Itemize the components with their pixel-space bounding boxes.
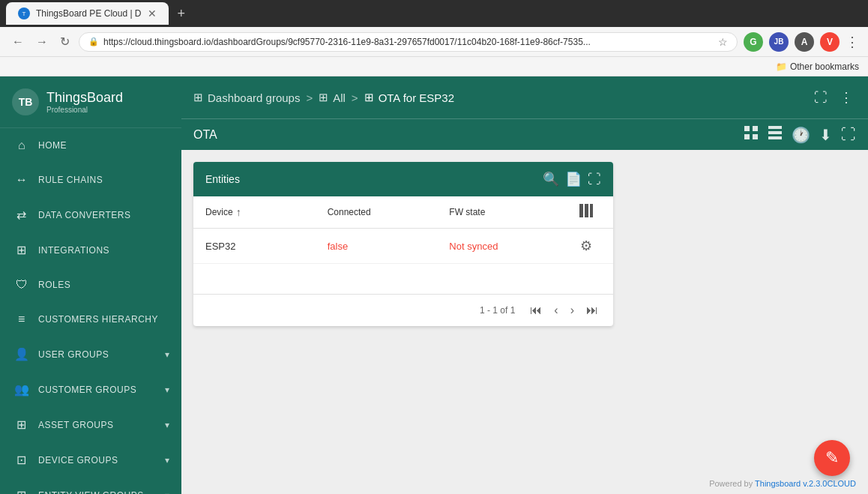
url-text: https://cloud.thingsboard.io/dashboardGr… [103, 37, 714, 47]
chevron-down-icon: ▾ [165, 455, 170, 466]
next-page-button[interactable]: › [567, 301, 577, 320]
integrations-icon: ⊞ [14, 243, 29, 257]
browser-extension-icons: G JB A V ⋮ [744, 32, 859, 52]
svg-rect-6 [768, 126, 782, 129]
thingsboard-logo-icon: TB [12, 88, 39, 115]
header-actions: ⛶ ⋮ [811, 86, 856, 109]
chevron-down-icon: ▾ [165, 420, 170, 430]
widget-search-button[interactable]: 🔍 [543, 171, 559, 187]
more-menu-button[interactable]: ⋮ [837, 86, 856, 109]
column-connected-label: Connected [328, 207, 371, 217]
table-row: ESP32 false Not synced ⚙ [193, 229, 613, 264]
sidebar-item-device-groups[interactable]: ⊡ DEVICE GROUPS ▾ [0, 442, 181, 478]
browser-menu-button[interactable]: ⋮ [846, 34, 859, 50]
download-button[interactable]: ⬇ [819, 126, 832, 144]
back-button[interactable]: ← [9, 32, 27, 52]
browser-tab[interactable]: T ThingsBoard PE Cloud | D ✕ [6, 2, 169, 25]
sidebar-item-entity-view-groups[interactable]: ⊞ ENTITY VIEW GROUPS ▾ [0, 478, 181, 494]
sidebar: TB ThingsBoard Professional ⌂ HOME ↔ RUL… [0, 76, 181, 494]
column-toggle[interactable] [571, 204, 601, 220]
chevron-down-icon: ▾ [165, 490, 170, 495]
svg-rect-11 [590, 204, 593, 217]
forward-button[interactable]: → [33, 32, 51, 52]
dashboard-area: Entities 🔍 📄 ⛶ Device ↑ [181, 150, 868, 494]
powered-by-link[interactable]: Thingsboard v.2.3.0CLOUD [755, 479, 856, 488]
cell-actions: ⚙ [571, 238, 601, 254]
cell-fw-state: Not synced [449, 241, 565, 252]
table-header: Device ↑ Connected FW state [193, 196, 613, 229]
main-content: ⊞ Dashboard groups > ⊞ All > ⊞ OTA for E… [181, 76, 868, 494]
sidebar-item-customer-groups[interactable]: 👥 CUSTOMER GROUPS ▾ [0, 372, 181, 407]
first-page-button[interactable]: ⏮ [527, 301, 545, 320]
sidebar-item-home[interactable]: ⌂ HOME [0, 128, 181, 163]
breadcrumb-label: OTA for ESP32 [379, 91, 454, 104]
bookmarks-label[interactable]: Other bookmarks [790, 61, 859, 72]
column-connected: Connected [328, 207, 444, 217]
reload-button[interactable]: ↻ [57, 31, 73, 52]
svg-rect-3 [753, 126, 758, 131]
powered-by: Powered by Thingsboard v.2.3.0CLOUD [709, 479, 856, 488]
sort-ascending-icon: ↑ [236, 206, 241, 218]
ext-a-icon[interactable]: A [795, 32, 814, 52]
sidebar-item-integrations[interactable]: ⊞ INTEGRATIONS [0, 232, 181, 268]
asset-groups-icon: ⊞ [14, 418, 29, 432]
sidebar-item-user-groups[interactable]: 👤 USER GROUPS ▾ [0, 337, 181, 372]
sidebar-item-label: CUSTOMER GROUPS [38, 385, 136, 395]
chevron-down-icon: ▾ [165, 385, 170, 395]
svg-rect-10 [585, 204, 588, 217]
widget-header-actions: 🔍 📄 ⛶ [543, 171, 601, 187]
cell-connected: false [328, 241, 444, 252]
clock-button[interactable]: 🕐 [792, 126, 810, 144]
new-tab-button[interactable]: + [175, 3, 189, 25]
grid-view-button[interactable] [744, 125, 759, 144]
sidebar-item-label: DATA CONVERTERS [38, 210, 131, 220]
last-page-button[interactable]: ⏭ [583, 301, 601, 320]
breadcrumb-label: All [333, 91, 346, 104]
widget-header: Entities 🔍 📄 ⛶ [193, 162, 613, 196]
ota-fullscreen-button[interactable]: ⛶ [841, 126, 856, 143]
widget-fullscreen-button[interactable]: ⛶ [588, 171, 601, 187]
star-icon[interactable]: ☆ [718, 36, 728, 48]
tab-close-button[interactable]: ✕ [148, 7, 157, 19]
prev-page-button[interactable]: ‹ [551, 301, 561, 320]
address-bar[interactable]: 🔒 https://cloud.thingsboard.io/dashboard… [79, 32, 738, 52]
app-container: TB ThingsBoard Professional ⌂ HOME ↔ RUL… [0, 76, 868, 494]
widget-title: Entities [205, 173, 240, 185]
edit-fab-button[interactable]: ✎ [814, 440, 850, 476]
rule-chains-icon: ↔ [14, 173, 29, 187]
customers-hierarchy-icon: ≡ [14, 313, 29, 326]
browser-nav: ← → ↻ 🔒 https://cloud.thingsboard.io/das… [0, 27, 868, 57]
ext-g-icon[interactable]: G [744, 32, 763, 52]
breadcrumb-ota-for-esp32[interactable]: ⊞ OTA for ESP32 [364, 91, 454, 104]
row-settings-button[interactable]: ⚙ [580, 238, 592, 254]
edit-icon: ✎ [825, 448, 839, 468]
home-icon: ⌂ [14, 139, 29, 152]
sidebar-item-asset-groups[interactable]: ⊞ ASSET GROUPS ▾ [0, 407, 181, 442]
svg-rect-8 [768, 136, 782, 139]
sidebar-item-rule-chains[interactable]: ↔ RULE CHAINS [0, 163, 181, 197]
sidebar-item-label: DEVICE GROUPS [38, 455, 118, 466]
sidebar-item-label: RULE CHAINS [38, 175, 103, 185]
pagination-info: 1 - 1 of 1 [480, 305, 515, 316]
column-device[interactable]: Device ↑ [205, 206, 322, 218]
table-view-button[interactable] [768, 125, 783, 144]
breadcrumb-all[interactable]: ⊞ All [319, 91, 346, 104]
sidebar-item-label: INTEGRATIONS [38, 245, 109, 256]
sidebar-item-roles[interactable]: 🛡 ROLES [0, 268, 181, 302]
ext-v-icon[interactable]: V [820, 32, 840, 52]
breadcrumb-label: Dashboard groups [208, 91, 300, 104]
entities-widget: Entities 🔍 📄 ⛶ Device ↑ [193, 162, 613, 326]
widget-export-button[interactable]: 📄 [565, 171, 582, 187]
svg-rect-4 [744, 134, 750, 139]
customer-groups-icon: 👥 [14, 382, 29, 397]
breadcrumb-dashboard-groups[interactable]: ⊞ Dashboard groups [193, 91, 300, 104]
fullscreen-button[interactable]: ⛶ [811, 86, 831, 109]
sidebar-item-customers-hierarchy[interactable]: ≡ CUSTOMERS HIERARCHY [0, 302, 181, 337]
sidebar-item-label: ROLES [38, 280, 70, 290]
ext-jb-icon[interactable]: JB [769, 32, 789, 52]
all-grid-icon: ⊞ [319, 91, 328, 104]
svg-text:TB: TB [19, 96, 33, 108]
sidebar-item-data-converters[interactable]: ⇄ DATA CONVERTERS [0, 197, 181, 232]
column-visibility-icon [579, 204, 593, 220]
breadcrumb-sep-1: > [306, 91, 313, 104]
